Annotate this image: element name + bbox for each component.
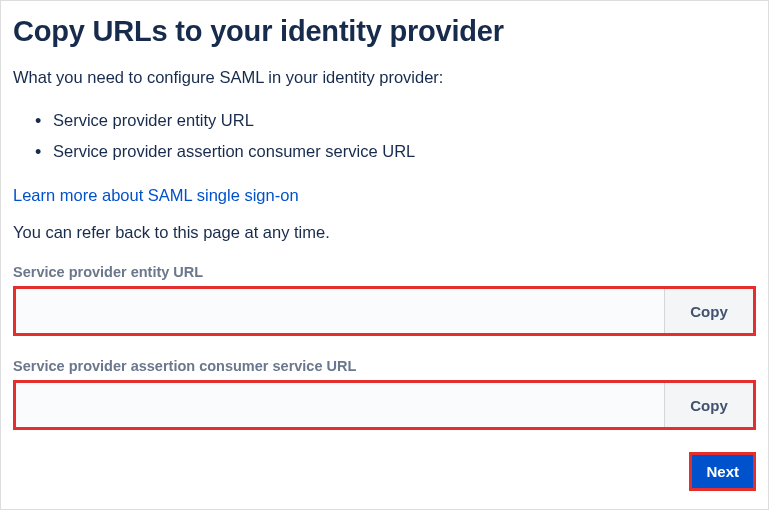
footer-actions: Next	[13, 452, 756, 491]
page-title: Copy URLs to your identity provider	[13, 15, 756, 48]
learn-more-link[interactable]: Learn more about SAML single sign-on	[13, 186, 299, 205]
intro-text: What you need to configure SAML in your …	[13, 66, 756, 89]
copy-acs-url-button[interactable]: Copy	[665, 383, 753, 427]
acs-url-input[interactable]	[16, 383, 665, 427]
list-item: Service provider entity URL	[53, 105, 756, 136]
acs-url-group: Service provider assertion consumer serv…	[13, 358, 756, 430]
requirements-list: Service provider entity URL Service prov…	[13, 105, 756, 166]
saml-config-panel: Copy URLs to your identity provider What…	[0, 0, 769, 510]
entity-url-input[interactable]	[16, 289, 665, 333]
next-button-highlight: Next	[689, 452, 756, 491]
next-button[interactable]: Next	[692, 455, 753, 488]
entity-url-label: Service provider entity URL	[13, 264, 756, 280]
entity-url-group: Service provider entity URL Copy	[13, 264, 756, 336]
acs-url-row: Copy	[13, 380, 756, 430]
acs-url-label: Service provider assertion consumer serv…	[13, 358, 756, 374]
list-item: Service provider assertion consumer serv…	[53, 136, 756, 167]
refer-back-text: You can refer back to this page at any t…	[13, 223, 756, 242]
entity-url-row: Copy	[13, 286, 756, 336]
copy-entity-url-button[interactable]: Copy	[665, 289, 753, 333]
